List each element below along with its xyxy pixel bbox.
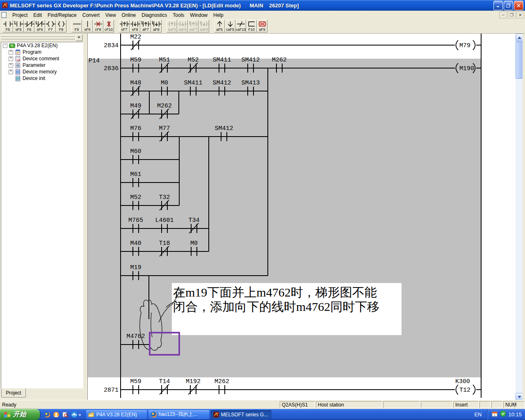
panel-splitter[interactable] xyxy=(84,34,87,400)
menu-edit[interactable]: Edit xyxy=(30,11,45,19)
rung-number: 2836 xyxy=(104,65,119,72)
svg-text:M79: M79 xyxy=(459,42,470,49)
calendar-tray-icon[interactable]: 1 xyxy=(492,411,498,418)
tree-item-device-init[interactable]: Device init xyxy=(1,75,83,82)
app-icon xyxy=(2,2,8,9)
contact-M262-no[interactable]: M262 xyxy=(215,378,229,394)
ladder-editor[interactable]: M22M59M51M52SM411SM412M262M48M0SM411SM41… xyxy=(87,34,516,400)
menu-online[interactable]: Online xyxy=(119,11,139,19)
tool-F8[interactable]: F8 xyxy=(56,20,66,32)
svg-text:M765: M765 xyxy=(128,217,143,224)
contact-M22-nc[interactable]: M22 xyxy=(130,34,141,50)
menu-window[interactable]: Window xyxy=(187,11,210,19)
firefox-icon xyxy=(151,411,157,418)
menu-find-replace[interactable]: Find/Replace xyxy=(45,11,80,19)
tool-F6[interactable]: F6 xyxy=(24,20,34,32)
contact-M59-no[interactable]: M59 xyxy=(130,378,141,394)
coil-T12[interactable]: T12K300 xyxy=(455,378,475,395)
tab-project[interactable]: Project xyxy=(1,388,26,397)
tool-aF9[interactable]: aF9 xyxy=(257,20,267,32)
tree-item-device-memory[interactable]: +Device memory xyxy=(1,68,83,75)
title-bar: MELSOFT series GX Developer F:\Punch Pre… xyxy=(0,0,525,11)
language-indicator[interactable]: EN xyxy=(468,411,487,418)
svg-text:1: 1 xyxy=(494,413,496,416)
svg-text:M76: M76 xyxy=(130,125,141,132)
expander-icon[interactable]: + xyxy=(9,63,13,68)
svg-text:SM412: SM412 xyxy=(215,125,233,132)
expander-icon[interactable]: + xyxy=(9,70,13,74)
svg-text:M40: M40 xyxy=(130,240,141,247)
svg-text:M48: M48 xyxy=(130,80,141,87)
status-bar: Ready Q2AS(H)S1Host stationInsertNUM xyxy=(0,400,525,409)
taskbar-task-hao123-[interactable]: hao123--我的上... xyxy=(148,410,209,419)
tool-sF9[interactable]: sF9 xyxy=(82,20,93,32)
minimize-button[interactable] xyxy=(493,1,503,10)
child-restore-button[interactable]: ❐ xyxy=(508,11,516,18)
tree-item-device-comment[interactable]: +Device comment xyxy=(1,55,83,62)
coil-M79[interactable]: M79 xyxy=(456,40,475,50)
quick-launch-messenger-icon[interactable] xyxy=(53,411,59,418)
chevron-icon[interactable]: » xyxy=(78,412,81,418)
menu-help[interactable]: Help xyxy=(210,11,226,19)
menu-project[interactable]: Project xyxy=(9,11,30,19)
tool-F10[interactable]: F10 xyxy=(246,20,257,32)
menu-diagnostics[interactable]: Diagnostics xyxy=(139,11,170,19)
ladder-canvas[interactable]: M22M59M51M52SM411SM412M262M48M0SM411SM41… xyxy=(88,34,516,400)
tool-aF5[interactable]: aF5 xyxy=(214,20,225,32)
svg-text:M262: M262 xyxy=(215,378,229,385)
taskbar-task-melsoft-series-g-[interactable]: MELSOFT series G... xyxy=(211,410,272,419)
panel-grip[interactable] xyxy=(1,37,75,39)
tool-F9[interactable]: F9 xyxy=(71,20,82,32)
vertical-scrollbar[interactable] xyxy=(516,34,523,400)
menu-tools[interactable]: Tools xyxy=(170,11,187,19)
tool-sF8[interactable]: sF8 xyxy=(130,20,140,32)
tool-aF8[interactable]: aF8 xyxy=(151,20,162,32)
tree-item-label: Parameter xyxy=(23,62,46,68)
taskbar-task-p4a-v3-28-e2-en-[interactable]: P4A V3.28 E2(EN) xyxy=(86,410,147,419)
expander-icon[interactable]: + xyxy=(9,50,13,55)
security-shield-icon[interactable] xyxy=(500,411,506,418)
tree-item-label: Device memory xyxy=(23,69,57,75)
svg-text:M49: M49 xyxy=(130,103,141,110)
expander-icon[interactable]: - xyxy=(3,43,7,48)
folder-icon xyxy=(88,412,95,418)
tool-aF7[interactable]: aF7 xyxy=(140,20,151,32)
tool-caF5[interactable]: caF5 xyxy=(225,20,235,32)
svg-text:SM413: SM413 xyxy=(241,80,260,87)
start-button[interactable]: 开始 xyxy=(0,409,40,420)
pointer-label: P14 xyxy=(89,57,100,64)
tree-item-project-root[interactable]: -P4A V3.28 E2(EN) xyxy=(1,42,83,49)
menu-convert[interactable]: Convert xyxy=(80,11,103,19)
tree-item-program[interactable]: +Program xyxy=(1,49,83,55)
restore-button[interactable] xyxy=(504,1,513,10)
desktop: MELSOFT series GX Developer F:\Punch Pre… xyxy=(0,0,525,420)
child-window-icon[interactable] xyxy=(1,12,7,18)
contact-M192-nc[interactable]: M192 xyxy=(186,378,201,395)
svg-text:SM411: SM411 xyxy=(184,80,202,87)
child-minimize-button[interactable]: ─ xyxy=(499,11,507,18)
contact-T14-nc[interactable]: T14 xyxy=(159,378,170,395)
panel-grip[interactable] xyxy=(1,35,75,37)
quick-launch-firefox-icon[interactable] xyxy=(44,411,50,418)
tool-sF6[interactable]: sF6 xyxy=(34,20,45,32)
expander-icon[interactable]: + xyxy=(9,57,13,61)
tree-item-parameter[interactable]: +Parameter xyxy=(1,62,83,68)
clock[interactable]: 10:15 xyxy=(508,411,522,418)
child-close-button[interactable]: ✕ xyxy=(516,11,524,18)
tool-F7[interactable]: F7 xyxy=(45,20,56,32)
close-button[interactable] xyxy=(514,1,523,10)
tool-F5[interactable]: F5 xyxy=(2,20,13,32)
tool-cF10[interactable]: cF10 xyxy=(103,20,114,32)
tool-sF7[interactable]: sF7 xyxy=(119,20,130,32)
status-num-lock: NUM xyxy=(503,401,514,408)
tool-sF5[interactable]: sF5 xyxy=(13,20,24,32)
tool-caF10[interactable]: caF10 xyxy=(235,20,246,32)
svg-text:L4601: L4601 xyxy=(155,217,173,224)
menu-view[interactable]: View xyxy=(103,11,119,19)
svg-text:M0: M0 xyxy=(161,80,168,87)
tool-cF9[interactable]: cF9 xyxy=(93,20,103,32)
panel-close-icon[interactable]: ✕ xyxy=(75,34,82,41)
program-icon xyxy=(15,49,21,55)
quick-launch-search-icon[interactable] xyxy=(62,411,68,418)
quick-launch-ie-icon[interactable] xyxy=(71,411,78,418)
